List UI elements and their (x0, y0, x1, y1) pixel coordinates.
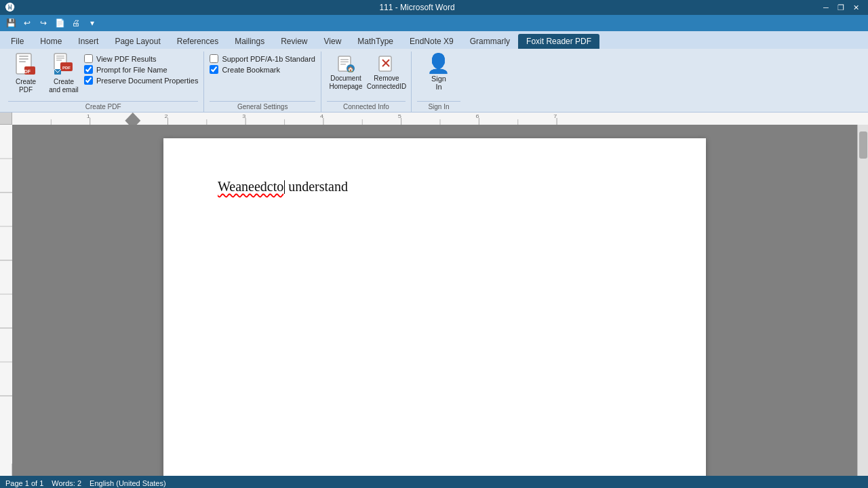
preserve-doc-label: Preserve Document Properties (96, 77, 198, 85)
view-pdf-results-input[interactable] (84, 54, 93, 63)
new-doc-button[interactable]: 📄 (53, 16, 66, 30)
svg-rect-7 (56, 56, 64, 57)
ribbon: File Home Insert Page Layout References … (0, 31, 868, 113)
doc-cursor (284, 180, 285, 194)
svg-text:PDF: PDF (62, 66, 71, 70)
document-homepage-label: DocumentHomepage (330, 75, 363, 91)
status-bar: Page 1 of 1 Words: 2 English (United Sta… (0, 476, 868, 488)
view-pdf-results-checkbox[interactable]: View PDF Results (84, 54, 198, 63)
remove-connectedid-icon (377, 54, 396, 73)
svg-rect-2 (19, 58, 28, 60)
title-bar-left: 🅦 (5, 2, 15, 13)
document-scroll-area[interactable]: Weaneedcto understand (12, 125, 857, 476)
page-indicator: Page 1 of 1 (5, 479, 43, 487)
title-bar: 🅦 111 - Microsoft Word ─ ❐ ✕ (0, 0, 868, 15)
svg-text:PDF: PDF (21, 69, 31, 74)
svg-rect-15 (340, 62, 349, 63)
svg-rect-8 (56, 58, 64, 59)
document-homepage-button[interactable]: 🏠 DocumentHomepage (327, 52, 365, 94)
general-settings-buttons: Support PDF/A-1b Standard Create Bookmar… (210, 52, 315, 100)
svg-text:1: 1 (87, 113, 90, 119)
create-pdf-group: PDF CreatePDF PDF (3, 52, 204, 112)
preserve-doc-input[interactable] (84, 76, 93, 85)
dropdown-arrow-icon[interactable]: ▾ (85, 16, 99, 30)
tab-file[interactable]: File (3, 34, 32, 49)
tab-endnote[interactable]: EndNote X9 (401, 34, 462, 49)
sign-in-group-label: Sign In (417, 101, 460, 112)
prompt-for-name-label: Prompt for File Name (96, 66, 167, 74)
print-button[interactable]: 🖨 (69, 16, 83, 30)
tab-foxit[interactable]: Foxit Reader PDF (518, 34, 599, 49)
person-icon: 👤 (427, 54, 450, 73)
ruler-corner (0, 113, 12, 125)
doc-text-weaneedcto: Weaneedcto (218, 179, 283, 194)
create-bookmark-checkbox[interactable]: Create Bookmark (210, 65, 315, 74)
create-pdf-checkboxes: View PDF Results Prompt for File Name Pr… (84, 52, 198, 87)
svg-rect-9 (56, 60, 62, 61)
word-icon: 🅦 (5, 2, 15, 13)
create-and-email-button[interactable]: PDF Createand email (46, 52, 81, 97)
scrollbar-thumb[interactable] (859, 131, 867, 159)
tab-page-layout[interactable]: Page Layout (106, 34, 168, 49)
save-button[interactable]: 💾 (4, 16, 18, 30)
general-settings-group-label: General Settings (210, 101, 315, 112)
minimize-button[interactable]: ─ (819, 2, 833, 13)
tab-review[interactable]: Review (273, 34, 315, 49)
title-bar-title: 111 - Microsoft Word (15, 3, 819, 12)
svg-text:7: 7 (553, 113, 557, 119)
connected-info-group: 🏠 DocumentHomepage RemoveConnectedID (321, 52, 412, 112)
tab-view[interactable]: View (316, 34, 350, 49)
create-bookmark-label: Create Bookmark (222, 66, 280, 74)
svg-text:🏠: 🏠 (347, 66, 354, 73)
word-count: Words: 2 (52, 479, 81, 487)
redo-button[interactable]: ↪ (37, 16, 50, 30)
create-pdf-buttons: PDF CreatePDF PDF (8, 52, 198, 100)
tab-mathtype[interactable]: MathType (349, 34, 401, 49)
create-pdf-button[interactable]: PDF CreatePDF (8, 52, 43, 97)
quick-access-toolbar: 💾 ↩ ↪ 📄 🖨 ▾ (0, 15, 868, 31)
document-homepage-icon: 🏠 (336, 54, 355, 73)
view-pdf-results-label: View PDF Results (96, 55, 156, 63)
tab-mailings[interactable]: Mailings (226, 34, 273, 49)
create-bookmark-input[interactable] (210, 65, 218, 74)
close-button[interactable]: ✕ (849, 2, 863, 13)
sign-in-buttons: 👤 SignIn (421, 52, 456, 100)
svg-rect-1 (19, 56, 28, 57)
title-bar-controls: ─ ❐ ✕ (819, 2, 863, 13)
support-pdf-checkbox[interactable]: Support PDF/A-1b Standard (210, 54, 315, 63)
vertical-scrollbar[interactable] (857, 125, 868, 476)
tab-grammarly[interactable]: Grammarly (462, 34, 518, 49)
remove-connectedid-button[interactable]: RemoveConnectedID (368, 52, 406, 94)
remove-connectedid-label: RemoveConnectedID (367, 75, 406, 91)
preserve-doc-checkbox[interactable]: Preserve Document Properties (84, 76, 198, 85)
language-indicator: English (United States) (90, 479, 166, 487)
support-pdf-label: Support PDF/A-1b Standard (222, 55, 315, 63)
general-settings-checkboxes: Support PDF/A-1b Standard Create Bookmar… (210, 52, 315, 77)
prompt-for-name-input[interactable] (84, 65, 93, 74)
tab-bar: File Home Insert Page Layout References … (0, 31, 868, 49)
document-content[interactable]: Weaneedcto understand (218, 179, 652, 195)
sign-in-button[interactable]: 👤 SignIn (421, 52, 456, 94)
sign-in-label: SignIn (431, 75, 446, 91)
tab-insert[interactable]: Insert (70, 34, 106, 49)
ribbon-content: PDF CreatePDF PDF (0, 49, 868, 112)
create-email-icon: PDF (53, 54, 75, 76)
restore-button[interactable]: ❐ (834, 2, 848, 13)
sign-in-group: 👤 SignIn Sign In (412, 52, 466, 112)
svg-rect-3 (19, 61, 26, 62)
svg-text:4: 4 (320, 113, 323, 119)
prompt-for-name-checkbox[interactable]: Prompt for File Name (84, 65, 198, 74)
create-email-label: Createand email (49, 78, 78, 94)
tab-references[interactable]: References (169, 34, 226, 49)
support-pdf-input[interactable] (210, 54, 218, 63)
undo-button[interactable]: ↩ (20, 16, 34, 30)
svg-text:5: 5 (398, 113, 401, 119)
svg-text:2: 2 (165, 113, 168, 119)
create-pdf-label: CreatePDF (16, 78, 36, 94)
create-pdf-group-label: Create PDF (8, 101, 198, 112)
svg-text:6: 6 (476, 113, 479, 119)
svg-rect-14 (340, 59, 349, 60)
tab-home[interactable]: Home (32, 34, 70, 49)
create-pdf-icon: PDF (15, 54, 37, 76)
svg-rect-16 (340, 64, 346, 65)
